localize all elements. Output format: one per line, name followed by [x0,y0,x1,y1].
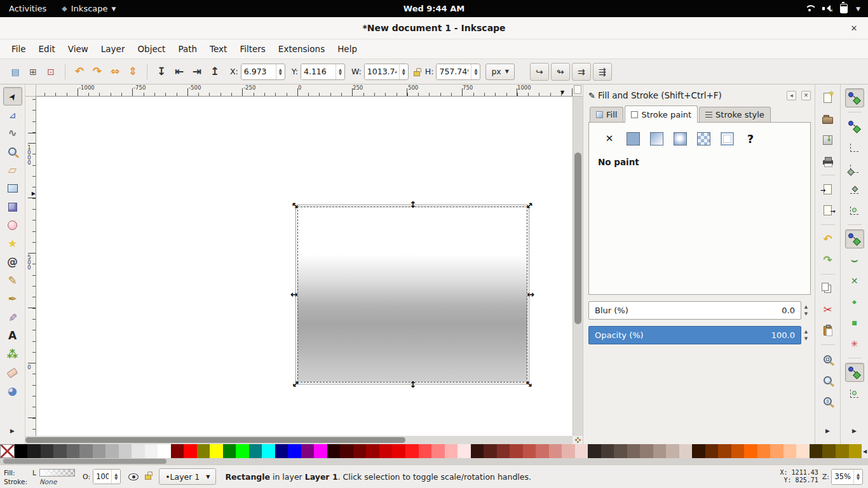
palette-swatch[interactable] [796,444,810,458]
snap-master-toggle[interactable]: ↘ [845,88,864,107]
palette-swatch[interactable] [757,444,771,458]
ellipse-tool[interactable] [3,216,22,234]
vertical-ruler[interactable]: 10005000▶ [25,97,36,436]
new-document-button[interactable] [818,88,837,107]
snap-object-centers-toggle[interactable] [845,384,864,403]
swatch-button[interactable] [718,130,736,147]
star-tool[interactable]: ★ [3,234,22,253]
zoom-input[interactable] [832,470,853,484]
select-all-button[interactable]: ▤ [6,63,24,81]
close-panel-icon[interactable]: ✕ [801,91,811,100]
menu-path[interactable]: Path [172,39,203,59]
palette-swatch[interactable] [445,444,458,458]
snapbar-expander[interactable]: ▶ [845,421,864,440]
palette-swatch[interactable] [510,444,523,458]
canvas[interactable]: ↔ ↔ ↔ ↔ ↕ ↕ ↔ ↔ [36,97,573,436]
snap-bbox-centers-toggle[interactable] [845,201,864,220]
vertical-scrollbar-thumb[interactable] [574,152,581,324]
close-icon[interactable]: ✕ [848,22,860,35]
selected-rectangle[interactable]: ↔ ↔ ↔ ↔ ↕ ↕ ↔ ↔ [297,207,527,383]
palette-swatch[interactable] [275,444,288,458]
scale-handle-left[interactable]: ↔ [290,290,298,299]
menu-object[interactable]: Object [131,39,172,59]
flip-horizontal-button[interactable]: ⇔ [106,63,124,81]
w-spinner[interactable]: ▲▼ [399,64,408,79]
no-paint-button[interactable]: ✕ [600,130,618,147]
palette-swatch[interactable] [223,444,236,458]
open-document-button[interactable] [818,109,837,128]
zoom-tool[interactable] [3,142,22,161]
palette-swatch[interactable] [471,444,484,458]
palette-swatch[interactable] [810,444,823,458]
x-input[interactable] [241,64,276,79]
snap-bbox-toggle[interactable]: ↘ [845,117,864,136]
rectangle-tool[interactable] [3,179,22,198]
palette-swatch[interactable] [705,444,719,458]
palette-swatch[interactable] [783,444,797,458]
palette-swatch[interactable] [392,444,405,458]
snap-smooth-nodes-toggle[interactable]: ■ [845,313,864,332]
palette-swatch[interactable] [366,444,379,458]
lock-ratio-icon[interactable] [414,71,420,76]
palette-swatch[interactable] [431,444,445,458]
palette-swatch[interactable] [692,444,705,458]
scale-handle-top-left[interactable]: ↔ [290,200,301,211]
transform-corners-toggle[interactable]: ⇶ [593,63,612,81]
palette-swatch[interactable] [549,444,562,458]
palette-swatch[interactable] [536,444,549,458]
tab-stroke-paint[interactable]: Stroke paint [625,105,698,123]
menu-layer[interactable]: Layer [95,39,132,59]
y-spinner[interactable]: ▲▼ [336,64,344,79]
palette-swatch[interactable] [666,444,679,458]
calligraphy-tool[interactable]: ✎ [3,308,22,327]
opacity-status-input[interactable] [93,470,111,484]
print-button[interactable] [818,151,837,170]
measure-tool[interactable]: ▱ [3,161,22,179]
palette-swatch[interactable] [575,444,588,458]
horizontal-ruler[interactable]: -1000-750-500-25002505007501000▼ [36,85,573,97]
scale-handle-top[interactable]: ↕ [409,200,417,209]
palette-swatch[interactable] [849,444,862,458]
menu-help[interactable]: Help [331,39,363,59]
palette-swatch[interactable] [67,444,80,458]
palette-swatch[interactable] [718,444,731,458]
lower-button[interactable]: ⇤ [170,63,188,81]
snap-cusp-nodes-toggle[interactable]: ◆ [845,292,864,311]
palette-swatch[interactable] [836,444,849,458]
palette-swatch[interactable] [731,444,745,458]
zoom-spinner[interactable]: ▲▼ [853,470,862,484]
selector-tool[interactable]: ➤ [3,87,22,105]
palette-swatch[interactable] [822,444,836,458]
x-spinner[interactable]: ▲▼ [276,64,285,79]
palette-swatch[interactable] [679,444,693,458]
palette-swatch[interactable] [458,444,471,458]
snap-path-intersections-toggle[interactable]: ✕ [845,271,864,290]
copy-button[interactable] [818,279,837,298]
activities-button[interactable]: Activities [0,0,55,17]
dock-icon[interactable]: ◂ [787,91,796,100]
opacity-spinner[interactable]: ▲▼ [801,330,811,341]
palette-swatch[interactable] [105,444,119,458]
move-gradients-toggle[interactable]: ↪ [530,63,549,81]
undo-button[interactable]: ↶ [818,229,837,248]
blur-spinner[interactable]: ▲▼ [801,305,811,316]
palette-swatch[interactable] [132,444,145,458]
paste-button[interactable] [818,321,837,340]
menu-extensions[interactable]: Extensions [272,39,331,59]
import-button[interactable] [818,180,837,199]
zoom-page-button[interactable] [818,391,837,410]
palette-scrollbar-thumb[interactable] [3,459,166,464]
system-tray[interactable]: ✕ ▼ [805,4,868,13]
palette-swatch[interactable] [770,444,783,458]
flat-color-button[interactable] [624,130,642,147]
rotate-cw-button[interactable]: ↷ [88,63,106,81]
scale-handle-bottom[interactable]: ↕ [409,380,417,389]
palette-swatch[interactable] [171,444,184,458]
menu-text[interactable]: Text [203,39,233,59]
box3d-tool[interactable] [3,198,22,216]
palette-swatch[interactable] [614,444,627,458]
menu-view[interactable]: View [62,39,95,59]
scale-handle-bottom-right[interactable]: ↔ [524,378,535,390]
eraser-tool[interactable] [3,363,22,382]
flip-vertical-button[interactable]: ⇕ [124,63,142,81]
